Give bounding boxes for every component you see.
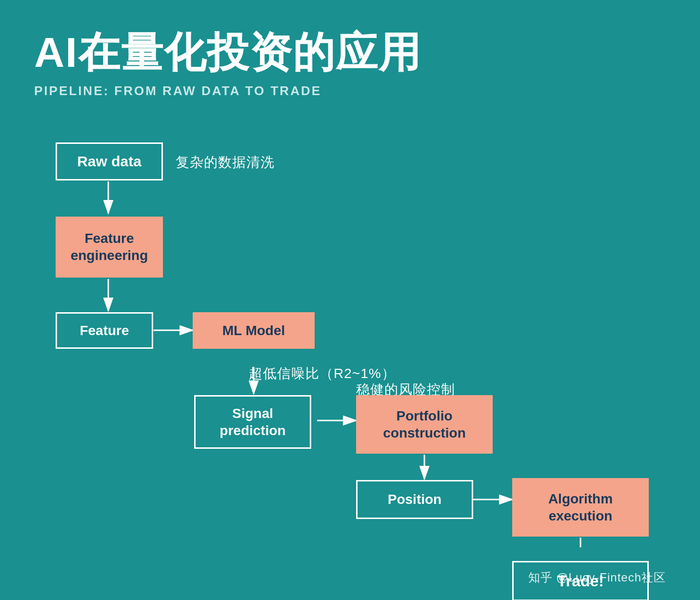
subtitle: PIPELINE: FROM RAW DATA TO TRADE — [34, 83, 666, 99]
feature-node: Feature — [56, 312, 153, 349]
algorithm-execution-node: Algorithm execution — [512, 478, 649, 537]
page-container: AI在量化投资的应用 PIPELINE: FROM RAW DATA TO TR… — [0, 0, 700, 600]
diagram: Raw data 复杂的数据清洗 Feature engineering Fea… — [34, 128, 666, 547]
raw-data-node: Raw data — [56, 142, 163, 180]
feature-engineering-node: Feature engineering — [56, 217, 163, 278]
raw-data-annotation: 复杂的数据清洗 — [176, 153, 275, 172]
watermark: 知乎 @Lucy-Fintech社区 — [528, 570, 666, 585]
main-title: AI在量化投资的应用 — [34, 29, 666, 76]
position-node: Position — [356, 480, 473, 519]
portfolio-construction-node: Portfolio construction — [356, 395, 493, 454]
ml-model-node: ML Model — [193, 312, 315, 349]
signal-prediction-node: Signal prediction — [194, 395, 311, 449]
